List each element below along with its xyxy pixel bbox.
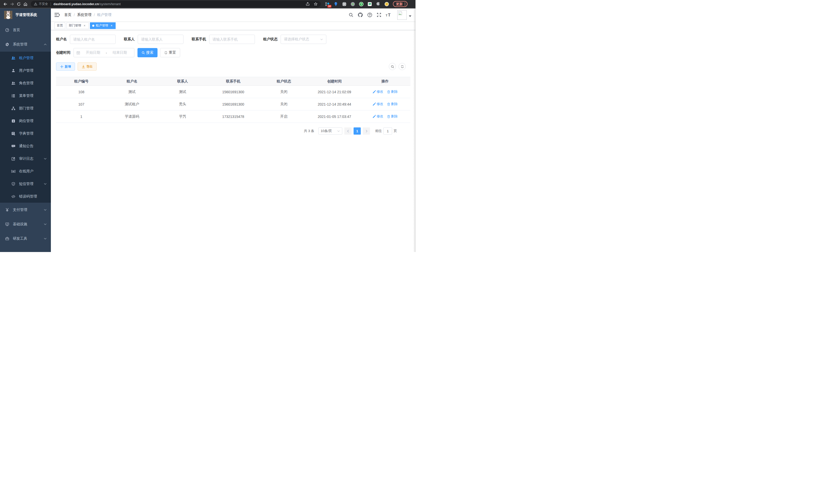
contact-mobile-input[interactable] — [212, 37, 252, 41]
table-cell-actions: 修改删除 — [360, 98, 410, 111]
contact-name-input[interactable] — [141, 37, 180, 41]
browser-back-button[interactable] — [2, 1, 9, 7]
sidebar-item-岗位管理[interactable]: 岗位管理 — [0, 115, 51, 127]
refresh-icon — [164, 51, 168, 55]
tenant-name-input[interactable] — [73, 37, 112, 41]
sidebar-item-租户管理[interactable]: 租户管理 — [0, 52, 51, 64]
end-date-placeholder[interactable]: 结束日期 — [108, 50, 132, 55]
sidebar-item-研发工具[interactable]: 研发工具 — [0, 232, 51, 246]
page-number-1[interactable]: 1 — [353, 127, 361, 135]
y-logo-extension-button[interactable] — [359, 2, 364, 7]
browser-toolbar: 不安全 dashboard.yudao.iocoder.cn/system/te… — [0, 0, 416, 8]
browser-forward-button[interactable] — [9, 1, 16, 7]
emoji-extension-icon — [384, 2, 389, 6]
delete-row-button[interactable]: 删除 — [387, 89, 398, 94]
sidebar-item-首页[interactable]: 首页 — [0, 23, 51, 37]
breadcrumb-system[interactable]: 系统管理 — [77, 12, 91, 17]
delete-row-button[interactable]: 删除 — [387, 102, 398, 106]
browser-extensions: 10 — [325, 2, 389, 7]
sidebar-item-部门管理[interactable]: 部门管理 — [0, 102, 51, 115]
action-label: 删除 — [391, 89, 398, 94]
sidebar-item-错误码管理[interactable]: 错误码管理 — [0, 190, 51, 203]
page-url[interactable]: dashboard.yudao.iocoder.cn/system/tenant — [53, 2, 121, 6]
sidebar-item-菜单管理[interactable]: 菜单管理 — [0, 89, 51, 102]
address-bar[interactable]: 不安全 dashboard.yudao.iocoder.cn/system/te… — [31, 1, 321, 7]
table-cell: 测试 — [107, 86, 157, 98]
sidebar-collapse-hamburger-icon[interactable] — [55, 12, 60, 17]
start-date-placeholder[interactable]: 开始日期 — [81, 50, 105, 55]
pagination-total: 共 3 条 — [304, 129, 314, 133]
breadcrumb-home[interactable]: 首页 — [64, 12, 71, 17]
close-icon[interactable]: × — [83, 24, 86, 28]
column-header-创建时间: 创建时间 — [309, 77, 360, 86]
tenant-name-label: 租户名 — [56, 37, 67, 41]
help-icon[interactable] — [367, 12, 372, 18]
font-size-icon[interactable]: TT — [386, 12, 392, 17]
sidebar-item-基础设施[interactable]: 基础设施 — [0, 217, 51, 232]
chat-extension-button[interactable] — [367, 2, 372, 7]
command-extension-button[interactable] — [342, 2, 347, 7]
user-avatar-dropdown[interactable] — [397, 10, 411, 20]
map-pin-extension-button[interactable] — [333, 2, 338, 7]
sidebar-item-label: 通知公告 — [19, 144, 47, 148]
share-icon[interactable] — [306, 2, 310, 6]
bookmark-star-icon[interactable] — [314, 2, 318, 6]
tags-view-bar: 首页部门管理×租户管理× — [51, 21, 416, 30]
post-badge-icon — [11, 119, 16, 123]
browser-home-button[interactable] — [22, 1, 29, 7]
sidebar-item-短信管理[interactable]: 短信管理 — [0, 178, 51, 190]
fullscreen-icon[interactable] — [377, 12, 381, 17]
sidebar-item-系统管理[interactable]: 系统管理 — [0, 37, 51, 52]
sidebar-item-支付管理[interactable]: 支付管理 — [0, 203, 51, 217]
browser-menu-dots-icon[interactable] — [404, 2, 405, 6]
search-button[interactable]: 搜索 — [138, 48, 157, 57]
edit-icon — [373, 115, 376, 118]
refresh-table-button[interactable] — [399, 63, 406, 70]
edit-row-button[interactable]: 修改 — [373, 102, 383, 106]
browser-reload-button[interactable] — [16, 1, 22, 7]
tenant-name-input-wrap — [70, 35, 116, 44]
app-logo-row[interactable]: 芋道管理系统 — [0, 8, 51, 21]
record-extension-button[interactable] — [350, 2, 355, 7]
avatar[interactable] — [397, 10, 407, 20]
export-button[interactable]: 导出 — [78, 62, 96, 71]
sidebar-item-在线用户[interactable]: 在线用户 — [0, 165, 51, 178]
sidebar-item-审计日志[interactable]: 审计日志 — [0, 152, 51, 165]
browser-update-button[interactable]: 更新 — [393, 1, 407, 7]
tab-首页[interactable]: 首页 — [55, 22, 65, 29]
reset-button[interactable]: 重置 — [160, 48, 180, 57]
table-cell: 15601691300 — [208, 98, 258, 111]
goto-page-input[interactable] — [383, 127, 392, 135]
emoji-extension-button[interactable] — [384, 2, 389, 7]
puzzle-extension-button[interactable] — [376, 2, 381, 7]
tab-部门管理[interactable]: 部门管理× — [66, 22, 89, 29]
sidebar-item-通知公告[interactable]: 通知公告 — [0, 140, 51, 152]
column-header-租户名: 租户名 — [107, 77, 157, 86]
sidebar-item-字典管理[interactable]: 字典管理 — [0, 127, 51, 140]
prev-page-button[interactable] — [344, 127, 351, 135]
table-cell: 芋艿 — [157, 111, 208, 123]
next-page-button[interactable] — [363, 127, 370, 135]
table-cell: 2021-12-14 20:49:44 — [309, 98, 360, 111]
chevron-right-icon — [365, 130, 368, 132]
table-header-row: 租户编号租户名联系人联系手机租户状态创建时间操作 — [56, 77, 410, 86]
tenant-status-select[interactable]: 请选择租户状态 — [281, 35, 326, 44]
edit-row-button[interactable]: 修改 — [373, 89, 383, 94]
create-time-date-range-picker[interactable]: 开始日期 - 结束日期 — [74, 48, 134, 57]
page-scrollbar[interactable] — [413, 8, 416, 252]
sidebar: 芋道管理系统 首页系统管理租户管理用户管理角色管理菜单管理部门管理岗位管理字典管… — [0, 8, 51, 252]
security-label[interactable]: 不安全 — [39, 2, 48, 6]
github-icon[interactable] — [358, 12, 363, 18]
sidebar-item-角色管理[interactable]: 角色管理 — [0, 77, 51, 89]
close-icon[interactable]: × — [110, 24, 113, 28]
sidebar-item-用户管理[interactable]: 用户管理 — [0, 64, 51, 77]
search-icon[interactable] — [349, 12, 353, 17]
delete-row-button[interactable]: 删除 — [387, 114, 398, 119]
show-search-toggle-button[interactable] — [389, 63, 396, 70]
column-header-操作: 操作 — [360, 77, 410, 86]
blue-diamond-extension-button[interactable]: 10 — [325, 2, 330, 7]
tab-租户管理[interactable]: 租户管理× — [90, 22, 116, 29]
edit-row-button[interactable]: 修改 — [373, 114, 383, 119]
add-button[interactable]: 新增 — [56, 62, 75, 71]
page-size-select[interactable]: 10条/页 — [318, 127, 342, 135]
